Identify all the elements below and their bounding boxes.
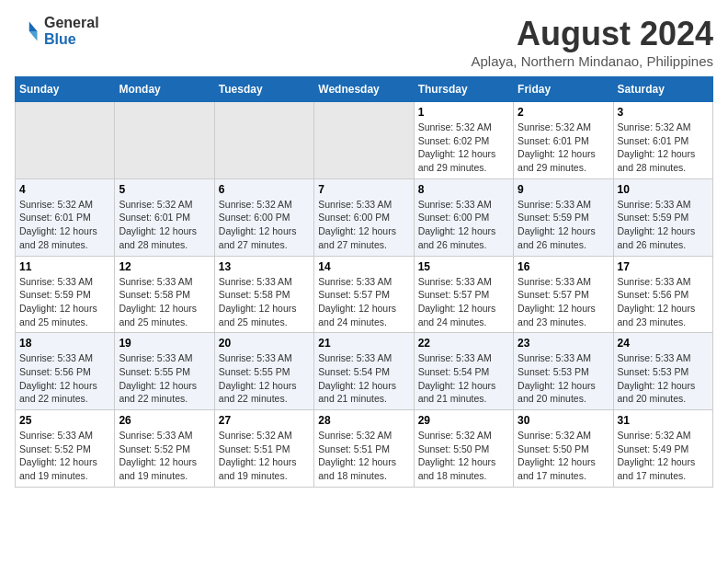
header-cell-sunday: Sunday xyxy=(16,77,115,102)
day-number: 3 xyxy=(618,106,709,119)
calendar-body: 1Sunrise: 5:32 AM Sunset: 6:02 PM Daylig… xyxy=(16,102,713,488)
day-info: Sunrise: 5:33 AM Sunset: 5:56 PM Dayligh… xyxy=(19,351,110,406)
day-number: 18 xyxy=(19,337,110,350)
logo-icon xyxy=(15,18,40,44)
calendar-cell: 30Sunrise: 5:32 AM Sunset: 5:50 PM Dayli… xyxy=(514,410,613,488)
day-number: 28 xyxy=(318,414,409,427)
calendar-cell: 13Sunrise: 5:33 AM Sunset: 5:58 PM Dayli… xyxy=(214,256,313,333)
calendar-cell: 15Sunrise: 5:33 AM Sunset: 5:57 PM Dayli… xyxy=(414,256,513,333)
calendar-cell: 14Sunrise: 5:33 AM Sunset: 5:57 PM Dayli… xyxy=(314,256,414,333)
day-info: Sunrise: 5:33 AM Sunset: 5:59 PM Dayligh… xyxy=(518,198,609,252)
day-number: 29 xyxy=(418,414,509,427)
day-info: Sunrise: 5:33 AM Sunset: 6:00 PM Dayligh… xyxy=(418,198,509,252)
day-info: Sunrise: 5:32 AM Sunset: 6:01 PM Dayligh… xyxy=(119,198,210,252)
day-info: Sunrise: 5:32 AM Sunset: 6:00 PM Dayligh… xyxy=(219,198,310,252)
calendar-week-2: 4Sunrise: 5:32 AM Sunset: 6:01 PM Daylig… xyxy=(16,178,713,256)
calendar-cell: 11Sunrise: 5:33 AM Sunset: 5:59 PM Dayli… xyxy=(16,256,115,333)
calendar-cell: 18Sunrise: 5:33 AM Sunset: 5:56 PM Dayli… xyxy=(16,333,115,410)
calendar-cell: 3Sunrise: 5:32 AM Sunset: 6:01 PM Daylig… xyxy=(613,102,712,179)
header-cell-wednesday: Wednesday xyxy=(314,77,414,102)
day-number: 24 xyxy=(618,337,709,350)
header-cell-tuesday: Tuesday xyxy=(214,77,313,102)
logo: General Blue xyxy=(15,15,99,47)
day-info: Sunrise: 5:33 AM Sunset: 5:59 PM Dayligh… xyxy=(618,198,709,252)
calendar-cell: 28Sunrise: 5:32 AM Sunset: 5:51 PM Dayli… xyxy=(314,410,414,488)
calendar-week-5: 25Sunrise: 5:33 AM Sunset: 5:52 PM Dayli… xyxy=(16,410,713,488)
day-number: 25 xyxy=(19,414,110,427)
page-header: General Blue August 2024 Aplaya, Norther… xyxy=(15,15,713,69)
day-number: 13 xyxy=(219,260,310,273)
day-info: Sunrise: 5:33 AM Sunset: 5:56 PM Dayligh… xyxy=(618,275,709,329)
calendar-cell: 23Sunrise: 5:33 AM Sunset: 5:53 PM Dayli… xyxy=(514,333,613,410)
header-cell-saturday: Saturday xyxy=(613,77,712,102)
day-info: Sunrise: 5:33 AM Sunset: 5:53 PM Dayligh… xyxy=(518,351,609,406)
day-info: Sunrise: 5:32 AM Sunset: 5:51 PM Dayligh… xyxy=(318,429,409,483)
calendar-cell: 26Sunrise: 5:33 AM Sunset: 5:52 PM Dayli… xyxy=(115,410,214,488)
day-number: 30 xyxy=(518,414,609,427)
day-number: 27 xyxy=(219,414,310,427)
calendar-week-3: 11Sunrise: 5:33 AM Sunset: 5:59 PM Dayli… xyxy=(16,256,713,333)
day-info: Sunrise: 5:32 AM Sunset: 5:49 PM Dayligh… xyxy=(618,429,709,483)
page-subtitle: Aplaya, Northern Mindanao, Philippines xyxy=(472,53,714,69)
day-number: 4 xyxy=(19,183,110,196)
calendar-table: SundayMondayTuesdayWednesdayThursdayFrid… xyxy=(15,76,713,488)
day-info: Sunrise: 5:33 AM Sunset: 5:58 PM Dayligh… xyxy=(119,275,210,329)
calendar-cell: 31Sunrise: 5:32 AM Sunset: 5:49 PM Dayli… xyxy=(613,410,712,488)
day-number: 2 xyxy=(518,106,609,119)
day-number: 26 xyxy=(119,414,210,427)
day-info: Sunrise: 5:33 AM Sunset: 5:57 PM Dayligh… xyxy=(518,275,609,329)
day-info: Sunrise: 5:32 AM Sunset: 6:01 PM Dayligh… xyxy=(618,121,709,175)
day-info: Sunrise: 5:32 AM Sunset: 5:50 PM Dayligh… xyxy=(518,429,609,483)
header-cell-thursday: Thursday xyxy=(414,77,513,102)
day-info: Sunrise: 5:33 AM Sunset: 5:54 PM Dayligh… xyxy=(318,351,409,406)
day-number: 7 xyxy=(318,183,409,196)
calendar-cell xyxy=(115,102,214,179)
calendar-cell xyxy=(16,102,115,179)
day-info: Sunrise: 5:33 AM Sunset: 5:52 PM Dayligh… xyxy=(119,429,210,483)
day-info: Sunrise: 5:33 AM Sunset: 5:55 PM Dayligh… xyxy=(219,351,310,406)
day-info: Sunrise: 5:33 AM Sunset: 6:00 PM Dayligh… xyxy=(318,198,409,252)
calendar-cell: 10Sunrise: 5:33 AM Sunset: 5:59 PM Dayli… xyxy=(613,178,712,256)
calendar-cell: 24Sunrise: 5:33 AM Sunset: 5:53 PM Dayli… xyxy=(613,333,712,410)
title-block: August 2024 Aplaya, Northern Mindanao, P… xyxy=(472,15,714,69)
svg-marker-2 xyxy=(29,31,38,41)
calendar-cell xyxy=(314,102,414,179)
day-number: 1 xyxy=(418,106,509,119)
day-info: Sunrise: 5:33 AM Sunset: 5:58 PM Dayligh… xyxy=(219,275,310,329)
day-number: 9 xyxy=(518,183,609,196)
calendar-cell: 20Sunrise: 5:33 AM Sunset: 5:55 PM Dayli… xyxy=(214,333,313,410)
calendar-week-4: 18Sunrise: 5:33 AM Sunset: 5:56 PM Dayli… xyxy=(16,333,713,410)
calendar-cell: 27Sunrise: 5:32 AM Sunset: 5:51 PM Dayli… xyxy=(214,410,313,488)
day-info: Sunrise: 5:32 AM Sunset: 5:50 PM Dayligh… xyxy=(418,429,509,483)
day-number: 5 xyxy=(119,183,210,196)
day-number: 15 xyxy=(418,260,509,273)
day-number: 16 xyxy=(518,260,609,273)
header-row: SundayMondayTuesdayWednesdayThursdayFrid… xyxy=(16,77,713,102)
day-number: 11 xyxy=(19,260,110,273)
header-cell-monday: Monday xyxy=(115,77,214,102)
calendar-cell: 17Sunrise: 5:33 AM Sunset: 5:56 PM Dayli… xyxy=(613,256,712,333)
calendar-cell: 29Sunrise: 5:32 AM Sunset: 5:50 PM Dayli… xyxy=(414,410,513,488)
day-info: Sunrise: 5:33 AM Sunset: 5:55 PM Dayligh… xyxy=(119,351,210,406)
day-number: 10 xyxy=(618,183,709,196)
day-number: 31 xyxy=(618,414,709,427)
day-number: 12 xyxy=(119,260,210,273)
day-info: Sunrise: 5:32 AM Sunset: 6:02 PM Dayligh… xyxy=(418,121,509,175)
day-info: Sunrise: 5:33 AM Sunset: 5:57 PM Dayligh… xyxy=(418,275,509,329)
calendar-cell: 16Sunrise: 5:33 AM Sunset: 5:57 PM Dayli… xyxy=(514,256,613,333)
day-number: 8 xyxy=(418,183,509,196)
calendar-cell: 19Sunrise: 5:33 AM Sunset: 5:55 PM Dayli… xyxy=(115,333,214,410)
calendar-cell: 8Sunrise: 5:33 AM Sunset: 6:00 PM Daylig… xyxy=(414,178,513,256)
day-number: 21 xyxy=(318,337,409,350)
calendar-cell: 22Sunrise: 5:33 AM Sunset: 5:54 PM Dayli… xyxy=(414,333,513,410)
day-number: 22 xyxy=(418,337,509,350)
calendar-cell: 4Sunrise: 5:32 AM Sunset: 6:01 PM Daylig… xyxy=(16,178,115,256)
logo-text: General Blue xyxy=(44,15,99,47)
calendar-cell: 2Sunrise: 5:32 AM Sunset: 6:01 PM Daylig… xyxy=(514,102,613,179)
day-number: 19 xyxy=(119,337,210,350)
day-info: Sunrise: 5:32 AM Sunset: 6:01 PM Dayligh… xyxy=(518,121,609,175)
day-info: Sunrise: 5:33 AM Sunset: 5:57 PM Dayligh… xyxy=(318,275,409,329)
header-cell-friday: Friday xyxy=(514,77,613,102)
day-number: 23 xyxy=(518,337,609,350)
calendar-cell: 5Sunrise: 5:32 AM Sunset: 6:01 PM Daylig… xyxy=(115,178,214,256)
